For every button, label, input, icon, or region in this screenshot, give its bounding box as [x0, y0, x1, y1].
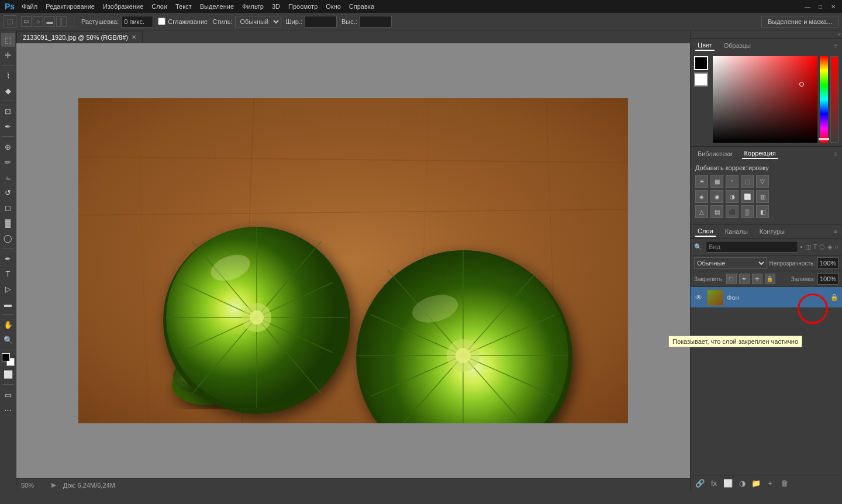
adj-histogram[interactable]: ▦: [710, 175, 723, 188]
lock-artboard-btn[interactable]: ✛: [752, 274, 762, 284]
menu-text[interactable]: Текст: [175, 3, 192, 10]
layers-search-input[interactable]: [706, 241, 798, 253]
document-tab[interactable]: 2133091_1920.jpg @ 50% (RGB/8#) ✕: [16, 31, 143, 43]
maximize-button[interactable]: □: [816, 2, 824, 11]
rect-marquee-btn[interactable]: ▭: [21, 16, 32, 27]
hue-bar[interactable]: [820, 56, 828, 143]
tool-extra[interactable]: ⋯: [1, 403, 15, 417]
menu-3d[interactable]: 3D: [272, 3, 280, 10]
filter-toggle[interactable]: ○: [834, 243, 838, 250]
adj-curves[interactable]: ◜: [726, 175, 739, 188]
tool-quick-mask[interactable]: ⬜: [1, 367, 15, 381]
width-input[interactable]: [305, 16, 337, 27]
tool-type[interactable]: T: [1, 267, 15, 281]
col-marquee-btn[interactable]: │: [56, 16, 67, 27]
filter-pixel-icon[interactable]: ▪: [800, 243, 803, 251]
tool-pen[interactable]: ✒: [1, 251, 15, 265]
tool-rectangle[interactable]: ▬: [1, 297, 15, 311]
add-mask-btn[interactable]: ⬜: [722, 478, 734, 489]
tab-libraries[interactable]: Библиотеки: [695, 149, 735, 158]
menu-file[interactable]: Файл: [22, 3, 37, 10]
new-group-btn[interactable]: 📁: [750, 478, 762, 489]
tool-lasso[interactable]: ⌇: [1, 68, 15, 82]
foreground-color[interactable]: [694, 56, 708, 70]
new-layer-btn[interactable]: +: [764, 478, 776, 489]
blend-mode-select[interactable]: Обычные: [694, 257, 767, 269]
lock-pixels-btn[interactable]: ⬚: [726, 274, 737, 284]
feather-input[interactable]: [121, 16, 153, 27]
adj-colorize[interactable]: ◈: [695, 190, 708, 203]
link-layers-btn[interactable]: 🔗: [694, 478, 706, 489]
tab-color[interactable]: Цвет: [695, 40, 715, 51]
lock-position-btn[interactable]: ✒: [739, 274, 750, 284]
canvas-wrapper[interactable]: [16, 43, 690, 478]
lock-all-btn[interactable]: 🔒: [765, 274, 775, 284]
tool-screen-mode[interactable]: ▭: [1, 388, 15, 402]
new-adjustment-btn[interactable]: ◑: [736, 478, 748, 489]
tab-contours[interactable]: Контуры: [757, 227, 787, 236]
fill-input[interactable]: [817, 273, 838, 285]
tab-layers[interactable]: Слои: [695, 226, 716, 237]
tool-brush[interactable]: ✏: [1, 155, 15, 169]
adjustments-panel-menu[interactable]: ≡: [834, 151, 837, 157]
menu-help[interactable]: Справка: [349, 3, 374, 10]
tool-crop[interactable]: ⊡: [1, 104, 15, 118]
adj-exposure[interactable]: ⬚: [741, 175, 754, 188]
filter-shape-icon[interactable]: ⬡: [819, 243, 825, 251]
tab-swatches[interactable]: Образцы: [722, 41, 753, 50]
menu-image[interactable]: Изображение: [103, 3, 143, 10]
tool-path-select[interactable]: ▷: [1, 282, 15, 296]
adj-gradient-map[interactable]: ▒: [741, 205, 754, 218]
tool-move[interactable]: ✛: [1, 48, 15, 62]
tab-correction[interactable]: Коррекция: [742, 149, 778, 159]
filter-type-icon[interactable]: T: [813, 243, 817, 251]
marquee-tool-icon[interactable]: ⬚: [4, 15, 16, 28]
adj-hue-sat[interactable]: ◉: [710, 190, 723, 203]
height-input[interactable]: [360, 16, 392, 27]
menu-window[interactable]: Окно: [326, 3, 341, 10]
style-select[interactable]: Обычный: [235, 16, 281, 27]
layer-visibility-toggle[interactable]: 👁: [694, 293, 703, 302]
adj-brightness[interactable]: ☀: [695, 175, 708, 188]
ellipse-marquee-btn[interactable]: ○: [33, 16, 43, 27]
row-marquee-btn[interactable]: ▬: [44, 16, 55, 27]
layer-lock-icon[interactable]: 🔒: [830, 294, 838, 301]
tool-marquee[interactable]: ⬚: [1, 33, 15, 47]
adj-channel-mix[interactable]: ▥: [756, 190, 769, 203]
tool-history-brush[interactable]: ↺: [1, 185, 15, 199]
tool-gradient[interactable]: ▓: [1, 216, 15, 230]
menu-view[interactable]: Просмотр: [288, 3, 318, 10]
tool-eraser[interactable]: ◻: [1, 201, 15, 215]
menu-filter[interactable]: Фильтр: [242, 3, 264, 10]
add-style-btn[interactable]: fx: [708, 478, 720, 489]
tool-eyedropper[interactable]: ✒: [1, 119, 15, 133]
layers-panel-menu[interactable]: ≡: [834, 228, 837, 234]
opacity-bar[interactable]: [830, 56, 838, 143]
background-color[interactable]: [694, 73, 708, 87]
adj-posterize[interactable]: ▤: [710, 205, 723, 218]
adj-bw[interactable]: ◑: [726, 190, 739, 203]
tool-clone-stamp[interactable]: ⎁: [1, 170, 15, 184]
close-button[interactable]: ✕: [829, 2, 837, 11]
collapse-all-btn[interactable]: «: [838, 32, 841, 37]
adj-triangle[interactable]: ▽: [756, 175, 769, 188]
color-panel-menu[interactable]: ≡: [834, 43, 837, 49]
adj-selective-color[interactable]: ◧: [756, 205, 769, 218]
menu-select[interactable]: Выделение: [200, 3, 234, 10]
adj-photo-filter[interactable]: ⬜: [741, 190, 754, 203]
anti-alias-checkbox[interactable]: [158, 18, 165, 25]
filter-adj-icon[interactable]: ◫: [805, 243, 811, 251]
minimize-button[interactable]: —: [803, 2, 812, 11]
fg-bg-swatch[interactable]: [2, 353, 15, 366]
filter-smart-icon[interactable]: ◈: [827, 243, 832, 251]
mask-button[interactable]: Выделение и маска...: [761, 16, 838, 27]
tool-heal[interactable]: ⊕: [1, 140, 15, 154]
adj-invert[interactable]: △: [695, 205, 708, 218]
tool-hand[interactable]: ✋: [1, 317, 15, 332]
color-gradient-picker[interactable]: [713, 56, 817, 143]
tool-magic-wand[interactable]: ◆: [1, 84, 15, 98]
doc-tab-close[interactable]: ✕: [132, 34, 136, 40]
tool-dodge[interactable]: ◯: [1, 231, 15, 245]
adj-threshold[interactable]: ⬛: [726, 205, 739, 218]
tab-channels[interactable]: Каналы: [723, 227, 750, 236]
